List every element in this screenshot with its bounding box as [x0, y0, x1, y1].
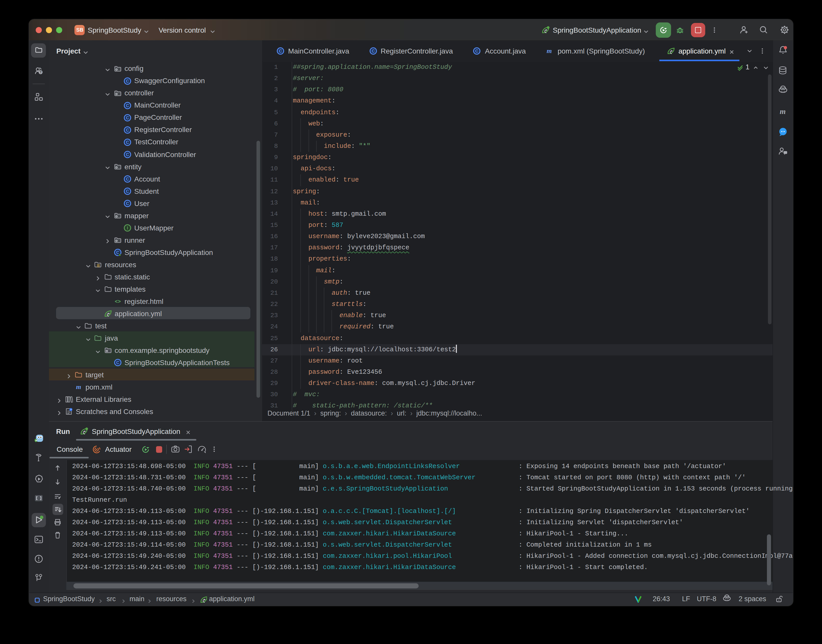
svg-text:C: C: [279, 48, 282, 53]
svg-text:C: C: [116, 360, 119, 365]
svg-text:C: C: [126, 127, 129, 132]
svg-text:I: I: [127, 225, 128, 230]
svg-text:C: C: [475, 48, 478, 53]
svg-text:m: m: [780, 107, 786, 115]
svg-text:C: C: [126, 115, 129, 120]
svg-text:m: m: [547, 47, 552, 54]
svg-text:C: C: [126, 201, 129, 206]
svg-text:C: C: [126, 103, 129, 108]
svg-text:C: C: [372, 48, 375, 53]
svg-text:C: C: [126, 189, 129, 194]
svg-text:C: C: [126, 78, 129, 83]
svg-text:<>: <>: [115, 299, 121, 304]
svg-text:C: C: [126, 176, 129, 181]
svg-text:C: C: [126, 140, 129, 144]
svg-text:C: C: [126, 152, 129, 157]
svg-text:m: m: [76, 383, 81, 391]
svg-text:?: ?: [40, 71, 42, 74]
